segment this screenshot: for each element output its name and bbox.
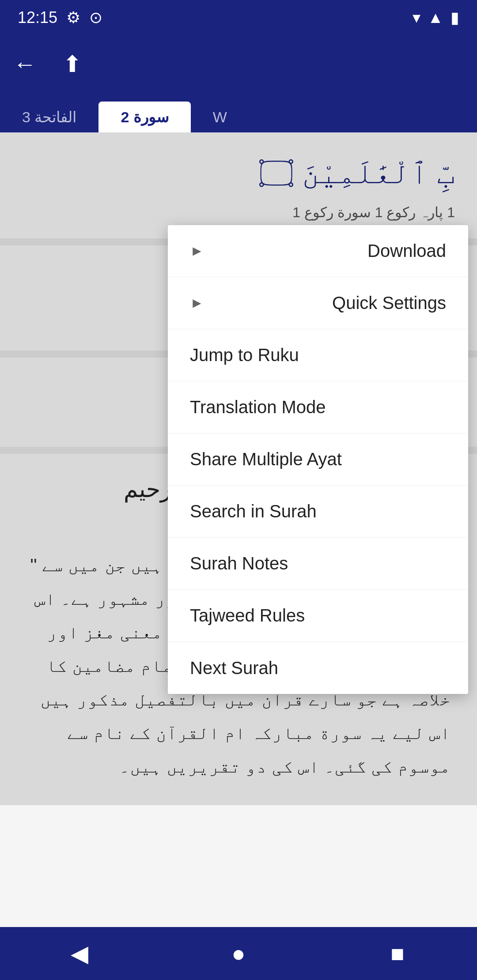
status-bar: 12:15 ⚙ ⊙ ▾ ▲ ▮ (0, 0, 477, 35)
menu-label-quick-settings: Quick Settings (332, 293, 446, 313)
app-header: ← ⬆ (0, 35, 477, 93)
menu-label-surah-notes: Surah Notes (190, 554, 288, 573)
menu-item-quick-settings[interactable]: ► Quick Settings (168, 277, 468, 329)
dropdown-menu: ► Download ► Quick Settings Jump to Ruku… (168, 225, 468, 694)
nav-recent-button[interactable]: ■ (371, 936, 424, 971)
menu-item-download[interactable]: ► Download (168, 225, 468, 277)
back-button[interactable]: ← (13, 51, 36, 77)
tabs-bar: الفاتحة 3 2 سورة W (0, 93, 477, 132)
menu-item-surah-notes[interactable]: Surah Notes (168, 538, 468, 590)
menu-label-translation-mode: Translation Mode (190, 397, 326, 417)
battery-icon: ▮ (450, 8, 459, 27)
menu-item-share-multiple-ayat[interactable]: Share Multiple Ayat (168, 433, 468, 486)
signal-icon: ▲ (428, 8, 443, 27)
menu-item-jump-to-ruku[interactable]: Jump to Ruku (168, 329, 468, 381)
tab-w[interactable]: W (191, 102, 249, 132)
menu-label-search-in-surah: Search in Surah (190, 501, 317, 521)
menu-label-jump-to-ruku: Jump to Ruku (190, 345, 299, 365)
tab-surah-2[interactable]: 2 سورة (98, 102, 190, 132)
settings-icon: ⚙ (66, 8, 80, 27)
tab-al-fatiha[interactable]: الفاتحة 3 (0, 102, 98, 132)
wifi-icon: ▾ (413, 8, 420, 27)
menu-label-next-surah: Next Surah (190, 658, 278, 678)
menu-item-next-surah[interactable]: Next Surah (168, 642, 468, 694)
recording-icon: ⊙ (89, 8, 102, 27)
chevron-right-icon: ► (190, 295, 204, 311)
menu-item-translation-mode[interactable]: Translation Mode (168, 381, 468, 433)
menu-item-tajweed-rules[interactable]: Tajweed Rules (168, 590, 468, 642)
share-button[interactable]: ⬆ (63, 51, 82, 77)
nav-back-button[interactable]: ◀ (53, 936, 106, 971)
content-area: بِّ ٱلْعَٰلَمِيْنَ ۝ 1 پارہ رکوع 1 سورة … (0, 132, 477, 805)
nav-home-button[interactable]: ● (212, 936, 265, 971)
nav-bar: ◀ ● ■ (0, 927, 477, 980)
menu-label-download: Download (367, 241, 446, 261)
status-time: 12:15 (18, 8, 57, 27)
menu-item-search-in-surah[interactable]: Search in Surah (168, 486, 468, 538)
menu-label-share-multiple-ayat: Share Multiple Ayat (190, 449, 342, 469)
menu-label-tajweed-rules: Tajweed Rules (190, 606, 305, 626)
chevron-right-icon: ► (190, 243, 204, 259)
